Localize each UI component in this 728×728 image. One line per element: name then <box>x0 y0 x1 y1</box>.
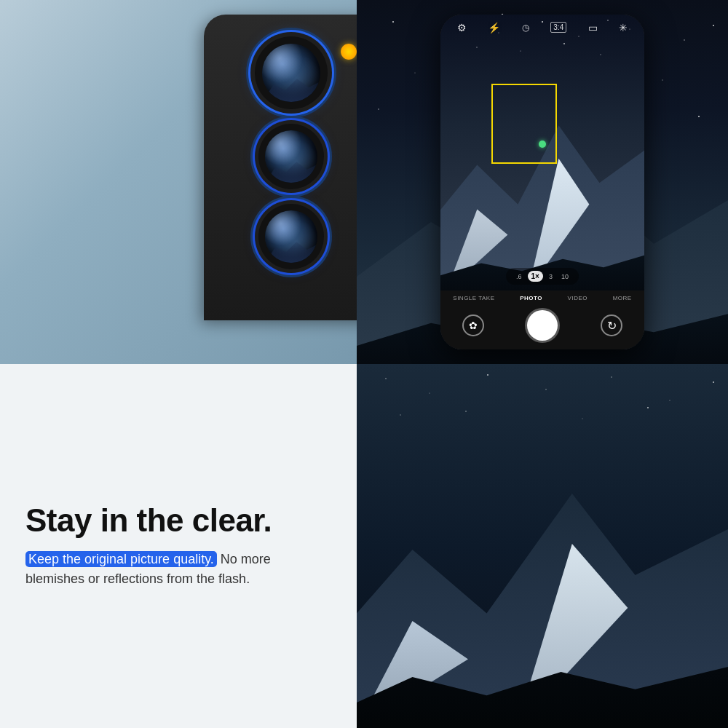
highlighted-text: Keep the original picture quality. <box>25 551 217 567</box>
right-panel-phone: ⚙ ⚡ ◷ 3:4 ▭ ✳ .6 1× 3 10 <box>357 0 728 364</box>
subject-indicator-dot <box>539 141 546 148</box>
focus-square <box>491 84 557 164</box>
zoom-10-button[interactable]: 10 <box>558 272 571 282</box>
svg-point-22 <box>476 47 478 48</box>
tertiary-lens <box>258 204 324 269</box>
svg-point-29 <box>545 389 546 389</box>
svg-point-35 <box>582 418 582 419</box>
bottom-left-text: Stay in the clear. Keep the original pic… <box>0 364 357 728</box>
svg-point-23 <box>520 50 521 51</box>
left-panel-camera <box>0 0 357 364</box>
camera-top-bar: ⚙ ⚡ ◷ 3:4 ▭ ✳ <box>440 15 644 40</box>
svg-point-34 <box>465 411 467 412</box>
bottom-mountain-scene <box>357 364 728 728</box>
svg-point-28 <box>487 374 488 376</box>
svg-point-33 <box>400 414 400 415</box>
svg-point-15 <box>698 116 700 117</box>
bottom-right-panel <box>357 364 728 728</box>
flash-dot <box>341 44 357 60</box>
video-mode[interactable]: VIDEO <box>568 295 587 301</box>
camera-controls-bar: ✿ ↻ <box>440 304 644 349</box>
svg-point-26 <box>385 378 387 379</box>
zoom-1x-button[interactable]: 1× <box>528 271 543 282</box>
zoom-06-button[interactable]: .6 <box>513 272 525 282</box>
headline-text: Stay in the clear. <box>25 503 331 538</box>
svg-point-5 <box>684 39 685 41</box>
phone-frame: ⚙ ⚡ ◷ 3:4 ▭ ✳ .6 1× 3 10 <box>440 15 644 349</box>
shutter-button[interactable] <box>527 310 558 341</box>
more-mode[interactable]: MORE <box>613 295 632 301</box>
main-lens <box>255 36 328 109</box>
aspect-ratio-icon[interactable]: 3:4 <box>550 22 566 33</box>
secondary-lens <box>258 124 324 189</box>
flash-icon[interactable]: ⚡ <box>488 22 500 33</box>
bottom-section: Stay in the clear. Keep the original pic… <box>0 364 728 728</box>
svg-point-25 <box>600 54 601 55</box>
zoom-controls: .6 1× 3 10 <box>506 268 579 285</box>
viewfinder: ⚙ ⚡ ◷ 3:4 ▭ ✳ .6 1× 3 10 <box>440 15 644 290</box>
svg-point-30 <box>611 376 612 378</box>
svg-point-31 <box>669 400 670 400</box>
svg-point-12 <box>378 108 379 110</box>
svg-point-32 <box>713 381 714 383</box>
svg-point-27 <box>429 392 430 393</box>
flip-camera-button[interactable]: ↻ <box>601 314 622 336</box>
body-text: Keep the original picture quality. No mo… <box>25 550 331 589</box>
timer-icon[interactable]: ◷ <box>522 23 529 33</box>
svg-point-6 <box>414 72 415 73</box>
svg-point-11 <box>713 25 714 26</box>
zoom-3-button[interactable]: 3 <box>546 272 555 282</box>
top-section: ⚙ ⚡ ◷ 3:4 ▭ ✳ .6 1× 3 10 <box>0 0 728 364</box>
svg-point-0 <box>392 21 394 23</box>
svg-point-24 <box>563 43 565 44</box>
sparkle-icon[interactable]: ✳ <box>619 22 628 33</box>
settings-icon[interactable]: ⚙ <box>457 22 467 33</box>
filter-button[interactable]: ✿ <box>462 314 484 336</box>
main-lens-inner <box>262 44 320 102</box>
phone-screen: ⚙ ⚡ ◷ 3:4 ▭ ✳ .6 1× 3 10 <box>440 15 644 349</box>
secondary-lens-inner <box>265 130 317 183</box>
svg-point-36 <box>647 407 649 408</box>
single-take-mode[interactable]: SINGLE TAKE <box>453 295 494 301</box>
crop-icon[interactable]: ▭ <box>588 22 598 33</box>
camera-mode-bar: SINGLE TAKE PHOTO VIDEO MORE <box>440 290 644 304</box>
tertiary-lens-inner <box>265 210 317 263</box>
photo-mode[interactable]: PHOTO <box>520 295 542 301</box>
camera-body <box>204 15 357 320</box>
svg-point-10 <box>662 79 662 80</box>
